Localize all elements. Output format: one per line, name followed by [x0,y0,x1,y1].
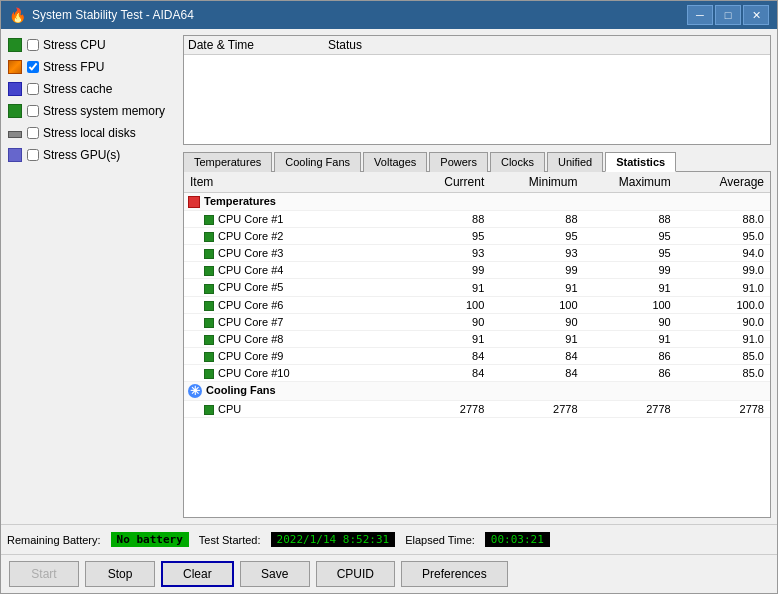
cell-average: 94.0 [677,245,770,262]
stress-cache-item: Stress cache [7,79,177,99]
stress-memory-item: Stress system memory [7,101,177,121]
cell-current: 91 [397,279,490,296]
cell-current: 88 [397,211,490,228]
row-icon [204,369,214,379]
cell-average: 88.0 [677,211,770,228]
cell-maximum: 100 [584,296,677,313]
stress-cache-label: Stress cache [43,82,112,96]
cell-minimum: 84 [490,364,583,381]
cell-current: 95 [397,228,490,245]
cell-current: 84 [397,364,490,381]
cell-maximum: 99 [584,262,677,279]
stress-cpu-checkbox[interactable] [27,39,39,51]
memory-icon [7,103,23,119]
start-button[interactable]: Start [9,561,79,587]
test-started-value: 2022/1/14 8:52:31 [271,532,396,547]
row-icon [204,266,214,276]
cell-current: 90 [397,313,490,330]
tab-powers[interactable]: Powers [429,152,488,172]
col-average-header: Average [677,172,770,193]
row-icon [204,232,214,242]
table-row: CPU Core #295959595.0 [184,228,770,245]
tab-temperatures[interactable]: Temperatures [183,152,272,172]
cell-maximum: 95 [584,245,677,262]
cell-minimum: 100 [490,296,583,313]
elapsed-time-value: 00:03:21 [485,532,550,547]
tab-cooling-fans[interactable]: Cooling Fans [274,152,361,172]
stress-cache-checkbox[interactable] [27,83,39,95]
tabs-row: Temperatures Cooling Fans Voltages Power… [183,151,771,172]
cpuid-button[interactable]: CPUID [316,561,395,587]
window-title: System Stability Test - AIDA64 [32,8,194,22]
log-header: Date & Time Status [184,36,770,55]
col-item-header: Item [184,172,397,193]
cell-average: 100.0 [677,296,770,313]
stress-gpu-label: Stress GPU(s) [43,148,120,162]
cell-average: 91.0 [677,279,770,296]
status-bar: Remaining Battery: No battery Test Start… [1,524,777,554]
button-bar: Start Stop Clear Save CPUID Preferences [1,554,777,593]
cell-current: 100 [397,296,490,313]
cell-minimum: 95 [490,228,583,245]
tab-voltages[interactable]: Voltages [363,152,427,172]
cell-average: 90.0 [677,313,770,330]
close-button[interactable]: ✕ [743,5,769,25]
thermometer-icon [188,196,200,208]
row-icon [204,335,214,345]
data-table: Item Current Minimum Maximum Average Tem… [184,172,770,418]
cell-current: 99 [397,262,490,279]
col-minimum-header: Minimum [490,172,583,193]
table-row: CPU Core #984848685.0 [184,347,770,364]
clear-button[interactable]: Clear [161,561,234,587]
tab-unified[interactable]: Unified [547,152,603,172]
stress-cpu-label: Stress CPU [43,38,106,52]
title-bar-left: 🔥 System Stability Test - AIDA64 [9,7,194,23]
title-bar: 🔥 System Stability Test - AIDA64 ─ □ ✕ [1,1,777,29]
stress-fpu-checkbox[interactable] [27,61,39,73]
stress-cpu-item: Stress CPU [7,35,177,55]
maximize-button[interactable]: □ [715,5,741,25]
stress-disks-item: Stress local disks [7,123,177,143]
table-row: CPU Core #188888888.0 [184,211,770,228]
cell-maximum: 95 [584,228,677,245]
cell-average: 91.0 [677,330,770,347]
disk-icon [7,125,23,141]
app-icon: 🔥 [9,7,26,23]
cell-average: 85.0 [677,347,770,364]
log-status-header: Status [328,38,766,52]
cell-minimum: 99 [490,262,583,279]
row-icon [204,301,214,311]
cpu-icon [7,37,23,53]
tab-clocks[interactable]: Clocks [490,152,545,172]
log-date-header: Date & Time [188,38,328,52]
log-rows [184,55,770,144]
cell-maximum: 2778 [584,401,677,418]
preferences-button[interactable]: Preferences [401,561,508,587]
cell-maximum: 90 [584,313,677,330]
title-buttons: ─ □ ✕ [687,5,769,25]
cell-average: 95.0 [677,228,770,245]
fan-icon: ✳ [188,384,202,398]
tab-statistics[interactable]: Statistics [605,152,676,172]
test-started-label: Test Started: [199,534,261,546]
main-window: 🔥 System Stability Test - AIDA64 ─ □ ✕ S… [0,0,778,594]
row-icon [204,215,214,225]
cache-icon [7,81,23,97]
cell-minimum: 88 [490,211,583,228]
cell-minimum: 90 [490,313,583,330]
stress-gpu-item: Stress GPU(s) [7,145,177,165]
cell-average: 2778 [677,401,770,418]
save-button[interactable]: Save [240,561,310,587]
cell-maximum: 88 [584,211,677,228]
data-table-container[interactable]: Item Current Minimum Maximum Average Tem… [183,172,771,518]
table-header-row: Item Current Minimum Maximum Average [184,172,770,193]
stop-button[interactable]: Stop [85,561,155,587]
cell-current: 84 [397,347,490,364]
battery-label: Remaining Battery: [7,534,101,546]
stress-memory-checkbox[interactable] [27,105,39,117]
stress-disks-checkbox[interactable] [27,127,39,139]
elapsed-time-label: Elapsed Time: [405,534,475,546]
stress-gpu-checkbox[interactable] [27,149,39,161]
cell-maximum: 86 [584,364,677,381]
minimize-button[interactable]: ─ [687,5,713,25]
